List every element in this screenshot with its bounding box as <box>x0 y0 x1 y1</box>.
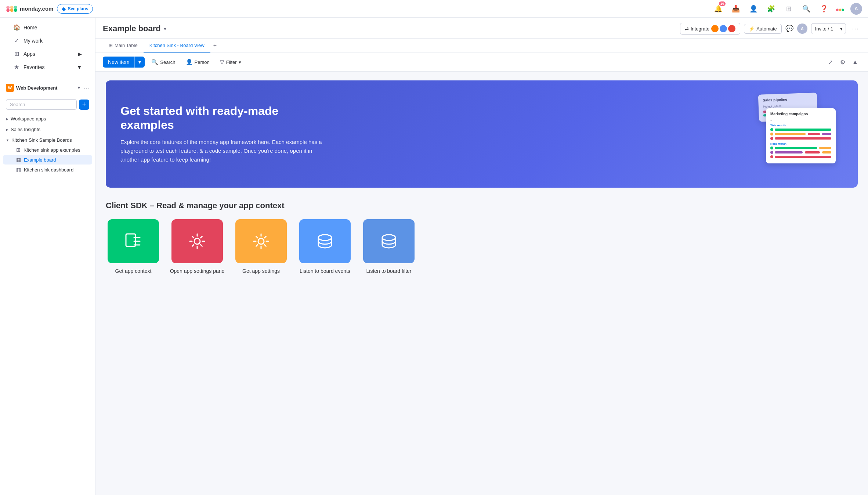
star-icon: ★ <box>13 64 20 71</box>
board-more-button[interactable]: ⋯ <box>850 23 861 34</box>
workspace-apps-chevron: ▶ <box>6 117 8 121</box>
help-button[interactable]: ❓ <box>818 3 830 15</box>
workspace-initial: W <box>6 84 14 92</box>
sidebar-item-favorites[interactable]: ★ Favorites ▼ <box>7 61 88 73</box>
puzzle-icon: 🧩 <box>767 5 775 13</box>
workspace-name[interactable]: Web Development <box>16 85 75 91</box>
automate-button[interactable]: ⚡ Automate <box>744 24 782 34</box>
main-content: Example board ▾ ⇄ Integrate ⚡ Automate <box>95 18 868 495</box>
open-app-settings-pane-label: Open app settings pane <box>170 268 225 274</box>
tab-add-button[interactable]: + <box>210 39 220 53</box>
apps-marketplace-button[interactable]: 🧩 <box>765 3 777 15</box>
invite-people-button[interactable]: 👤 <box>748 3 759 15</box>
help-icon: ❓ <box>820 5 828 13</box>
hero-title: Get started with ready-made examples <box>120 104 326 132</box>
tab-main-table[interactable]: ⊞ Main Table <box>103 39 144 53</box>
svg-point-2 <box>14 8 17 12</box>
listen-board-filter-label: Listen to board filter <box>366 268 412 274</box>
sales-insights-group: ▶ Sales Insights <box>0 125 95 134</box>
sales-insights-header[interactable]: ▶ Sales Insights <box>0 125 95 134</box>
listen-board-filter-icon <box>363 219 415 263</box>
get-app-context-label: Get app context <box>115 268 152 274</box>
search-toolbar-icon: 🔍 <box>151 59 158 65</box>
sidebar-divider <box>0 77 95 77</box>
comment-icon[interactable]: 💬 <box>785 25 793 33</box>
integrate-button[interactable]: ⇄ Integrate <box>680 23 740 35</box>
sidebar-add-button[interactable]: + <box>79 100 89 110</box>
get-app-settings-icon <box>235 219 287 263</box>
sdk-cards: Get app context Open app settings pane <box>106 219 858 274</box>
sidebar-item-home[interactable]: 🏠 Home <box>7 21 88 34</box>
favorites-chevron: ▼ <box>77 64 82 70</box>
sidebar-search-input[interactable] <box>6 99 77 110</box>
inbox-button[interactable]: 📥 <box>730 3 742 15</box>
svg-point-7 <box>839 8 842 11</box>
board-title: Example board <box>103 24 161 33</box>
integrate-icon-3 <box>728 25 735 32</box>
apps-icon: ⊞ <box>13 50 20 57</box>
check-icon: ✓ <box>13 37 20 44</box>
apps-chevron: ▶ <box>78 51 82 57</box>
get-app-settings-label: Get app settings <box>242 268 280 274</box>
see-plans-button[interactable]: ◆ See plans <box>57 4 93 14</box>
settings-button[interactable]: ⚙ <box>837 57 848 68</box>
hero-description: Explore the core features of the monday … <box>120 138 326 164</box>
sidebar-item-apps[interactable]: ⊞ Apps ▶ <box>7 47 88 60</box>
search-button[interactable]: 🔍 <box>800 3 812 15</box>
sidebar: 🏠 Home ✓ My work ⊞ Apps ▶ ★ Favorites ▼ … <box>0 18 95 495</box>
workspace-apps-group: ▶ Workspace apps <box>0 114 95 123</box>
kitchen-sink-header[interactable]: ▼ Kitchen Sink Sample Boards <box>0 136 95 145</box>
board-icon: ⊞ <box>16 147 21 153</box>
collapse-button[interactable]: ▲ <box>850 57 861 68</box>
invite-button[interactable]: Invite / 1 ▾ <box>811 23 846 34</box>
person-toolbar-button[interactable]: 👤 Person <box>182 57 213 68</box>
sidebar-item-kitchen-sink-dashboard[interactable]: ▥ Kitchen sink dashboard <box>3 165 92 174</box>
search-icon: 🔍 <box>802 5 810 13</box>
kitchen-sink-chevron: ▼ <box>6 138 9 142</box>
sdk-card-listen-board-filter[interactable]: Listen to board filter <box>361 219 416 274</box>
board-title-chevron-icon[interactable]: ▾ <box>164 26 166 32</box>
sidebar-item-example-board[interactable]: ▦ Example board <box>3 155 92 165</box>
board-title-row: Example board ▾ <box>103 24 166 33</box>
sidebar-item-kitchen-sink-examples[interactable]: ⊞ Kitchen sink app examples <box>3 145 92 155</box>
board-content: Get started with ready-made examples Exp… <box>95 72 868 495</box>
tab-kitchen-sink-board-view[interactable]: Kitchen Sink - Board View <box>144 39 210 53</box>
board-toolbar: New item ▾ 🔍 Search 👤 Person ▽ Filter ▾ <box>95 53 868 72</box>
svg-point-8 <box>842 8 844 11</box>
notifications-button[interactable]: 🔔 10 <box>712 3 724 15</box>
grid-icon: ⊞ <box>786 5 792 13</box>
sdk-card-get-app-settings[interactable]: Get app settings <box>234 219 289 274</box>
filter-icon: ▽ <box>220 59 224 65</box>
people-add-icon: 👤 <box>749 5 757 13</box>
sdk-card-open-app-settings-pane[interactable]: Open app settings pane <box>170 219 225 274</box>
filter-toolbar-button[interactable]: ▽ Filter ▾ <box>216 57 245 68</box>
sdk-section: Client SDK – Read & manage your app cont… <box>106 201 858 274</box>
sidebar-item-my-work[interactable]: ✓ My work <box>7 34 88 47</box>
expand-button[interactable]: ⤢ <box>825 57 836 68</box>
sidebar-top: 🏠 Home ✓ My work ⊞ Apps ▶ ★ Favorites ▼ <box>0 18 95 75</box>
sdk-card-listen-board-events[interactable]: Listen to board events <box>297 219 352 274</box>
svg-point-16 <box>382 235 395 241</box>
person-icon: 👤 <box>186 59 193 65</box>
integrate-icon: ⇄ <box>685 26 689 32</box>
search-toolbar-button[interactable]: 🔍 Search <box>148 57 179 68</box>
new-item-chevron-icon: ▾ <box>135 57 145 68</box>
sdk-card-get-app-context[interactable]: Get app context <box>106 219 161 274</box>
filter-chevron-icon: ▾ <box>239 59 241 65</box>
grid-button[interactable]: ⊞ <box>783 3 795 15</box>
integrate-icon-1 <box>711 25 719 32</box>
svg-point-15 <box>318 235 332 241</box>
user-avatar[interactable]: A <box>850 3 862 15</box>
new-item-button[interactable]: New item ▾ <box>103 57 145 68</box>
svg-point-1 <box>10 8 14 12</box>
logo-area: monday.com <box>6 3 53 15</box>
svg-point-0 <box>6 8 10 12</box>
workspace-chevron: ▼ <box>77 85 81 90</box>
svg-point-13 <box>194 238 200 244</box>
hero-banner: Get started with ready-made examples Exp… <box>106 80 858 188</box>
workspace-header: W Web Development ▼ ⋯ <box>0 82 95 94</box>
svg-point-4 <box>10 6 14 9</box>
table-tab-icon: ⊞ <box>109 43 113 48</box>
workspace-apps-header[interactable]: ▶ Workspace apps <box>0 114 95 123</box>
workspace-more-icon[interactable]: ⋯ <box>83 84 89 91</box>
